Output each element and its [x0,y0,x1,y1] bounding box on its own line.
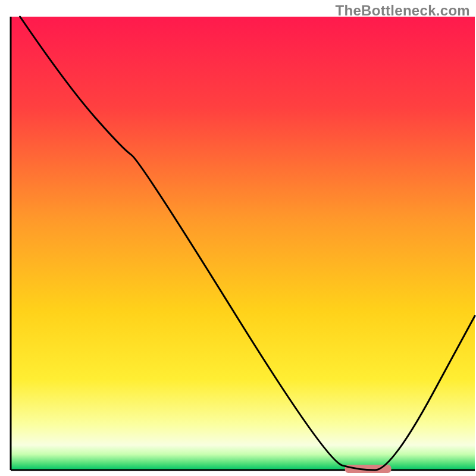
chart-svg [0,0,476,476]
chart-background [11,17,475,470]
chart-stage: TheBottleneck.com [0,0,476,476]
